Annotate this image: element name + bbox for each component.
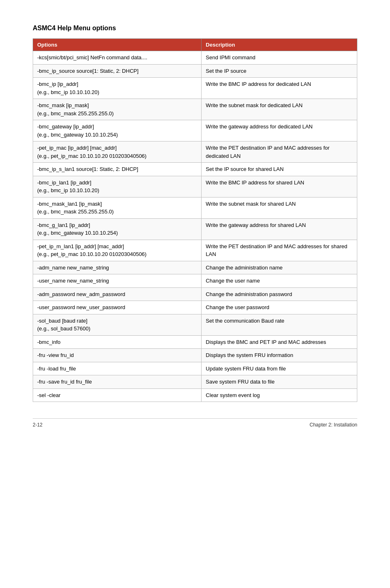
option-cell: -adm_name new_name_string	[33, 261, 202, 274]
description-cell: Displays the BMC and PET IP and MAC addr…	[202, 335, 357, 349]
option-cell: -bmc_ip_source source[1: Static, 2: DHCP…	[33, 64, 202, 78]
table-row: -pet_ip_m_lan1 [ip_addr] [mac_addr](e.g.…	[33, 240, 357, 261]
table-row: -bmc_ip_source source[1: Static, 2: DHCP…	[33, 64, 357, 78]
table-row: -user_password new_user_passwordChange t…	[33, 301, 357, 314]
option-cell: -pet_ip_mac [ip_addr] [mac_addr](e.g., p…	[33, 141, 202, 163]
description-cell: Write the gateway address for shared LAN	[202, 218, 357, 240]
table-row: -sel -clearClear system event log	[33, 388, 357, 402]
description-cell: Write the BMC IP address for dedicated L…	[202, 78, 357, 99]
description-cell: Write the BMC IP address for shared LAN	[202, 176, 357, 197]
table-row: -fru -save fru_id fru_fileSave system FR…	[33, 375, 357, 389]
option-cell: -bmc_info	[33, 335, 202, 349]
table-row: -sol_baud [baud rate](e.g., sol_baud 576…	[33, 314, 357, 335]
option-cell: -bmc_ip_s_lan1 source[1: Static, 2: DHCP…	[33, 163, 202, 176]
description-cell: Write the subnet mask for dedicated LAN	[202, 99, 357, 120]
description-cell: Update system FRU data from file	[202, 362, 357, 375]
option-cell: -bmc_ip_lan1 [ip_addr](e.g., bmc_ip 10.1…	[33, 176, 202, 197]
table-row: -bmc_mask [ip_mask](e.g., bmc_mask 255.2…	[33, 99, 357, 120]
description-cell: Save system FRU data to file	[202, 375, 357, 389]
table-row: -fru -view fru_idDisplays the system FRU…	[33, 349, 357, 362]
table-row: -user_name new_name_stringChange the use…	[33, 274, 357, 288]
col-options-header: Options	[33, 39, 202, 51]
description-cell: Set the IP source	[202, 64, 357, 78]
table-row: -bmc_ip_s_lan1 source[1: Static, 2: DHCP…	[33, 163, 357, 176]
help-menu-table: Options Description -kcs[smic/bt/pci_smi…	[33, 38, 357, 402]
option-cell: -sel -clear	[33, 388, 202, 402]
table-row: -bmc_infoDisplays the BMC and PET IP and…	[33, 335, 357, 349]
description-cell: Change the user name	[202, 274, 357, 288]
description-cell: Write the PET destination IP and MAC add…	[202, 240, 357, 261]
option-cell: -user_name new_name_string	[33, 274, 202, 288]
option-cell: -fru -save fru_id fru_file	[33, 375, 202, 389]
footer-page-number: 2-12	[33, 422, 43, 428]
table-row: -bmc_mask_lan1 [ip_mask](e.g., bmc_mask …	[33, 197, 357, 218]
description-cell: Clear system event log	[202, 388, 357, 402]
description-cell: Change the administration password	[202, 287, 357, 301]
description-cell: Change the administration name	[202, 261, 357, 274]
option-cell: -adm_password new_adm_password	[33, 287, 202, 301]
option-cell: -bmc_g_lan1 [ip_addr](e.g., bmc_gateway …	[33, 218, 202, 240]
option-cell: -sol_baud [baud rate](e.g., sol_baud 576…	[33, 314, 202, 335]
table-row: -bmc_gateway [ip_addr](e.g., bmc_gateway…	[33, 120, 357, 141]
col-description-header: Description	[202, 39, 357, 51]
option-cell: -pet_ip_m_lan1 [ip_addr] [mac_addr](e.g.…	[33, 240, 202, 261]
description-cell: Set the IP source for shared LAN	[202, 163, 357, 176]
footer-chapter: Chapter 2: Installation	[309, 422, 357, 428]
option-cell: -bmc_mask_lan1 [ip_mask](e.g., bmc_mask …	[33, 197, 202, 218]
option-cell: -fru -view fru_id	[33, 349, 202, 362]
description-cell: Write the gateway address for dedicated …	[202, 120, 357, 141]
table-row: -adm_password new_adm_passwordChange the…	[33, 287, 357, 301]
description-cell: Displays the system FRU information	[202, 349, 357, 362]
description-cell: Send IPMI command	[202, 51, 357, 65]
option-cell: -fru -load fru_file	[33, 362, 202, 375]
option-cell: -bmc_gateway [ip_addr](e.g., bmc_gateway…	[33, 120, 202, 141]
table-row: -bmc_ip [ip_addr](e.g., bmc_ip 10.10.10.…	[33, 78, 357, 99]
option-cell: -bmc_mask [ip_mask](e.g., bmc_mask 255.2…	[33, 99, 202, 120]
table-row: -adm_name new_name_stringChange the admi…	[33, 261, 357, 274]
table-row: -bmc_g_lan1 [ip_addr](e.g., bmc_gateway …	[33, 218, 357, 240]
page-title: ASMC4 Help Menu options	[33, 25, 357, 32]
description-cell: Write the PET destination IP and MAC add…	[202, 141, 357, 163]
table-row: -pet_ip_mac [ip_addr] [mac_addr](e.g., p…	[33, 141, 357, 163]
option-cell: -kcs[smic/bt/pci_smic] NetFn command dat…	[33, 51, 202, 65]
table-row: -bmc_ip_lan1 [ip_addr](e.g., bmc_ip 10.1…	[33, 176, 357, 197]
option-cell: -user_password new_user_password	[33, 301, 202, 314]
description-cell: Set the communication Baud rate	[202, 314, 357, 335]
option-cell: -bmc_ip [ip_addr](e.g., bmc_ip 10.10.10.…	[33, 78, 202, 99]
table-row: -kcs[smic/bt/pci_smic] NetFn command dat…	[33, 51, 357, 65]
table-row: -fru -load fru_fileUpdate system FRU dat…	[33, 362, 357, 375]
description-cell: Change the user password	[202, 301, 357, 314]
description-cell: Write the subnet mask for shared LAN	[202, 197, 357, 218]
